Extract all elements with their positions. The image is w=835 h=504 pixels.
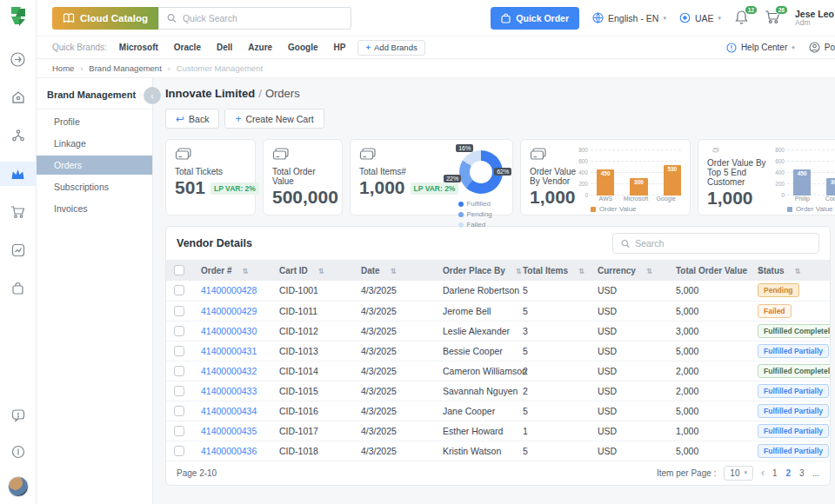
table-search-input[interactable] [635, 238, 811, 249]
quick-brand-azure[interactable]: Azure [248, 43, 272, 52]
order-number-link[interactable]: 41400000430 [201, 326, 257, 336]
sidebar-item-linkage[interactable]: Linkage [37, 134, 152, 153]
feedback-icon[interactable] [0, 403, 37, 428]
column-header-status[interactable]: Status⇅ [747, 260, 831, 281]
row-checkbox[interactable] [174, 306, 184, 316]
order-number-link[interactable]: 41400000432 [201, 366, 257, 376]
home-icon[interactable] [0, 85, 37, 109]
cell-items: 5 [512, 341, 587, 361]
order-number-link[interactable]: 41400000431 [201, 346, 257, 356]
add-brands-button[interactable]: + Add Brands [357, 40, 424, 56]
row-checkbox[interactable] [174, 386, 184, 396]
order-number-link[interactable]: 41400000434 [201, 406, 257, 416]
cloud-catalog-button[interactable]: Cloud Catalog [52, 7, 158, 30]
column-header-order[interactable]: Order #⇅ [190, 260, 269, 281]
card-order-value-by-customer: Order Value By Top 5 End Customer 1,000 … [698, 139, 835, 216]
app-logo[interactable] [8, 5, 29, 28]
table-search[interactable] [612, 233, 819, 254]
column-header-total-items[interactable]: Total Items⇅ [512, 260, 587, 281]
quick-brand-hp[interactable]: HP [334, 43, 346, 52]
analytics-icon[interactable] [0, 238, 37, 262]
row-checkbox[interactable] [174, 406, 184, 416]
row-checkbox[interactable] [174, 326, 184, 336]
quick-brand-google[interactable]: Google [288, 43, 317, 52]
collapse-panel-button[interactable]: ‹ [144, 87, 161, 104]
sidebar-item-invoices[interactable]: Invoices [37, 199, 152, 218]
sidebar-item-subscriptions[interactable]: Subscriptions [37, 177, 152, 196]
brand-management-crown-icon[interactable] [0, 162, 37, 186]
user-menu[interactable]: Jese Leo Adm [795, 9, 835, 28]
page-number-1[interactable]: 1 [772, 468, 778, 478]
order-number-link[interactable]: 41400000435 [201, 426, 257, 436]
breadcrumb-brand-management[interactable]: Brand Management [89, 63, 161, 73]
expand-rail-icon[interactable] [0, 47, 37, 71]
sort-icon[interactable]: ⇅ [318, 267, 324, 275]
cart-rail-icon[interactable] [0, 200, 37, 224]
page-number-3[interactable]: 3 [799, 468, 805, 478]
donut-legend: FulfilledPendingFailed [458, 200, 504, 229]
vendor-details-title: Vendor Details [177, 237, 252, 249]
sort-icon[interactable]: ⇅ [646, 267, 652, 275]
row-checkbox[interactable] [174, 366, 184, 376]
quick-order-button[interactable]: Quick Order [491, 7, 579, 30]
cart-button[interactable]: 26 [765, 10, 782, 27]
card-order-value-by-vendor: Order Value By Vendor 1,000 800600400200… [520, 139, 691, 216]
chart-legend: Order Value [591, 205, 681, 213]
page-number-2[interactable]: 2 [786, 468, 792, 478]
breadcrumb-current: Customer Management [177, 63, 263, 73]
sort-icon[interactable]: ⇅ [578, 267, 584, 275]
sort-icon[interactable]: ⇅ [243, 267, 249, 275]
quick-brand-microsoft[interactable]: Microsoft [119, 43, 158, 52]
bar-value-label: 530 [664, 166, 681, 172]
organization-icon[interactable] [0, 123, 37, 148]
column-header-cart-id[interactable]: Cart ID⇅ [269, 260, 351, 281]
notifications-button[interactable]: 12 [734, 10, 752, 27]
cell-date: 4/3/2025 [351, 381, 432, 401]
column-header-order-place-by[interactable]: Order Place By⇅ [432, 260, 512, 281]
legend-label: Order Value [599, 205, 637, 213]
bar-value-label: 450 [597, 170, 614, 176]
column-label: Total Order Value [676, 266, 747, 275]
column-header-currency[interactable]: Currency⇅ [587, 260, 665, 281]
info-icon[interactable] [0, 440, 37, 464]
language-dropdown[interactable]: English - EN ▾ [592, 12, 666, 23]
y-tick: 0 [781, 192, 785, 198]
column-header-total-order-value[interactable]: Total Order Value⇅ [665, 260, 747, 281]
items-per-page-select[interactable]: 10 ▾ [724, 466, 753, 481]
order-number-link[interactable]: 41400000436 [201, 446, 257, 456]
quick-brand-oracle[interactable]: Oracle [174, 43, 201, 52]
order-number-link[interactable]: 41400000429 [201, 306, 257, 316]
sort-icon[interactable]: ⇅ [795, 267, 801, 275]
bag-icon[interactable] [0, 276, 37, 301]
quick-search[interactable] [158, 7, 351, 30]
order-number-link[interactable]: 41400000428 [201, 285, 257, 295]
back-button[interactable]: ↩ Back [165, 109, 219, 129]
portal-link[interactable]: Po [809, 42, 835, 53]
sort-icon[interactable]: ⇅ [516, 267, 522, 275]
sidebar-item-orders[interactable]: Orders [37, 156, 152, 175]
cell-currency: USD [587, 361, 665, 381]
sidebar-item-profile[interactable]: Profile [37, 112, 152, 131]
cell-currency: USD [587, 421, 665, 441]
row-checkbox[interactable] [174, 285, 184, 295]
order-number-link[interactable]: 41400000433 [201, 386, 257, 396]
cell-items: 5 [512, 301, 587, 321]
row-checkbox[interactable] [174, 346, 184, 356]
previous-page-button[interactable]: ‹ [761, 467, 765, 479]
breadcrumb-home[interactable]: Home [52, 63, 74, 73]
row-checkbox[interactable] [174, 426, 184, 436]
help-center-dropdown[interactable]: Help Center ▾ [726, 43, 795, 53]
select-all-checkbox[interactable] [174, 265, 184, 275]
column-header-date[interactable]: Date⇅ [351, 260, 432, 281]
quick-brand-dell[interactable]: Dell [217, 43, 232, 52]
row-checkbox[interactable] [174, 446, 184, 456]
create-new-cart-button[interactable]: + Create New Cart [224, 109, 324, 129]
sort-icon[interactable]: ⇅ [391, 267, 397, 275]
cell-placed-by: Savannah Nguyen [432, 381, 512, 401]
breadcrumb-separator: › [80, 64, 83, 73]
plus-icon: + [235, 114, 241, 124]
card-total-tickets: Total Tickets 501 LP VAR: 2% [165, 139, 256, 216]
quick-search-input[interactable] [183, 13, 343, 23]
region-dropdown[interactable]: UAE ▾ [679, 12, 721, 23]
user-avatar[interactable] [8, 476, 29, 497]
